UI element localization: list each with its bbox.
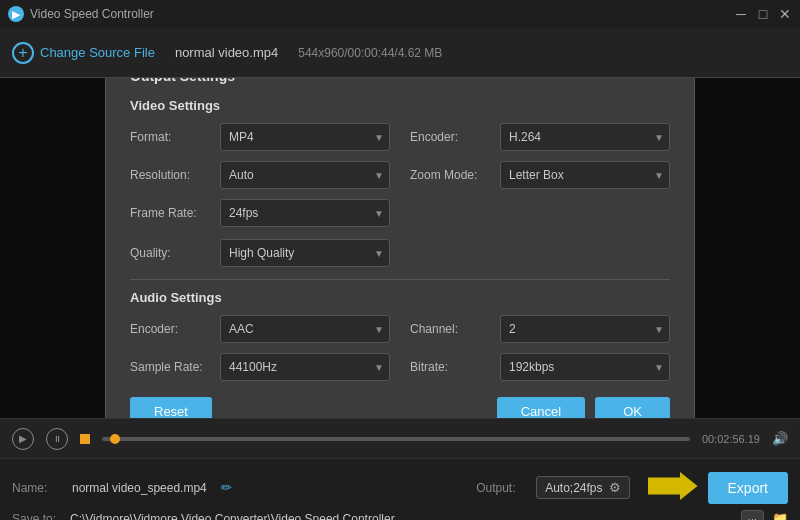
change-source-label: Change Source File bbox=[40, 45, 155, 60]
dialog-title: Output Settings bbox=[130, 78, 670, 84]
edit-name-icon[interactable]: ✏ bbox=[221, 480, 232, 495]
app-icon: ▶ bbox=[8, 6, 24, 22]
name-label: Name: bbox=[12, 481, 62, 495]
save-path: C:\Vidmore\Vidmore Video Converter\Video… bbox=[70, 512, 733, 521]
close-button[interactable]: ✕ bbox=[778, 7, 792, 21]
format-select-wrapper: MP4 ▼ bbox=[220, 123, 390, 151]
file-name-value: normal video_speed.mp4 bbox=[72, 481, 207, 495]
encoder-field: Encoder: H.264 ▼ bbox=[410, 123, 670, 151]
audio-encoder-select[interactable]: AAC bbox=[220, 315, 390, 343]
quality-label: Quality: bbox=[130, 246, 212, 260]
toolbar: + Change Source File normal video.mp4 54… bbox=[0, 28, 800, 78]
progress-dot bbox=[110, 434, 120, 444]
main-area: Output Settings ✕ Video Settings Format:… bbox=[0, 78, 800, 418]
volume-icon[interactable]: 🔊 bbox=[772, 431, 788, 446]
frame-rate-label: Frame Rate: bbox=[130, 206, 212, 220]
quality-select[interactable]: High Quality bbox=[220, 239, 390, 267]
resolution-label: Resolution: bbox=[130, 168, 212, 182]
sample-rate-select[interactable]: 44100Hz bbox=[220, 353, 390, 381]
dialog-footer: Reset Cancel OK bbox=[130, 397, 670, 418]
format-label: Format: bbox=[130, 130, 212, 144]
output-label: Output: bbox=[476, 481, 526, 495]
resolution-select-wrapper: Auto ▼ bbox=[220, 161, 390, 189]
output-settings-dialog: Output Settings ✕ Video Settings Format:… bbox=[105, 78, 695, 418]
sample-rate-field: Sample Rate: 44100Hz ▼ bbox=[130, 353, 390, 381]
cancel-button[interactable]: Cancel bbox=[497, 397, 585, 418]
title-text: Video Speed Controller bbox=[30, 7, 154, 21]
encoder-select-wrapper: H.264 ▼ bbox=[500, 123, 670, 151]
frame-rate-field: Frame Rate: 24fps ▼ bbox=[130, 199, 390, 227]
progress-indicator bbox=[80, 434, 90, 444]
dialog-close-button[interactable]: ✕ bbox=[665, 78, 680, 80]
encoder-label: Encoder: bbox=[410, 130, 492, 144]
arrow-shape bbox=[648, 472, 698, 500]
frame-rate-select-wrapper: 24fps ▼ bbox=[220, 199, 390, 227]
progress-track[interactable] bbox=[102, 437, 690, 441]
bitrate-select[interactable]: 192kbps bbox=[500, 353, 670, 381]
zoom-mode-field: Zoom Mode: Letter Box ▼ bbox=[410, 161, 670, 189]
audio-encoder-field: Encoder: AAC ▼ bbox=[130, 315, 390, 343]
dialog-overlay: Output Settings ✕ Video Settings Format:… bbox=[0, 78, 800, 418]
encoder-select[interactable]: H.264 bbox=[500, 123, 670, 151]
save-to-label: Save to: bbox=[12, 512, 62, 521]
quality-field: Quality: High Quality ▼ bbox=[130, 239, 670, 267]
output-value: Auto;24fps bbox=[545, 481, 602, 495]
audio-settings-title: Audio Settings bbox=[130, 290, 670, 305]
browse-button[interactable]: ··· bbox=[741, 510, 764, 521]
maximize-button[interactable]: □ bbox=[756, 7, 770, 21]
arrow-indicator bbox=[648, 472, 698, 503]
format-field: Format: MP4 ▼ bbox=[130, 123, 390, 151]
zoom-mode-select-wrapper: Letter Box ▼ bbox=[500, 161, 670, 189]
window-controls: ─ □ ✕ bbox=[734, 7, 792, 21]
audio-encoder-select-wrapper: AAC ▼ bbox=[220, 315, 390, 343]
reset-button[interactable]: Reset bbox=[130, 397, 212, 418]
frame-rate-select[interactable]: 24fps bbox=[220, 199, 390, 227]
output-box: Auto;24fps ⚙ bbox=[536, 476, 629, 499]
name-row: Name: normal video_speed.mp4 ✏ Output: A… bbox=[12, 472, 788, 504]
time-display: 00:02:56.19 bbox=[702, 433, 760, 445]
audio-settings-grid: Encoder: AAC ▼ Channel: 2 bbox=[130, 315, 670, 381]
spacer bbox=[410, 199, 670, 227]
quality-select-wrapper: High Quality ▼ bbox=[220, 239, 390, 267]
sample-rate-select-wrapper: 44100Hz ▼ bbox=[220, 353, 390, 381]
settings-icon[interactable]: ⚙ bbox=[609, 480, 621, 495]
bitrate-field: Bitrate: 192kbps ▼ bbox=[410, 353, 670, 381]
save-to-row: Save to: C:\Vidmore\Vidmore Video Conver… bbox=[12, 510, 788, 521]
video-settings-grid: Format: MP4 ▼ Encoder: H.264 bbox=[130, 123, 670, 227]
channel-field: Channel: 2 ▼ bbox=[410, 315, 670, 343]
file-info: 544x960/00:00:44/4.62 MB bbox=[298, 46, 442, 60]
sample-rate-label: Sample Rate: bbox=[130, 360, 212, 374]
video-settings-title: Video Settings bbox=[130, 98, 670, 113]
resolution-select[interactable]: Auto bbox=[220, 161, 390, 189]
channel-select[interactable]: 2 bbox=[500, 315, 670, 343]
channel-select-wrapper: 2 ▼ bbox=[500, 315, 670, 343]
zoom-mode-select[interactable]: Letter Box bbox=[500, 161, 670, 189]
ok-button[interactable]: OK bbox=[595, 397, 670, 418]
divider bbox=[130, 279, 670, 280]
pause-button[interactable]: ⏸ bbox=[46, 428, 68, 450]
resolution-field: Resolution: Auto ▼ bbox=[130, 161, 390, 189]
title-bar-left: ▶ Video Speed Controller bbox=[8, 6, 154, 22]
playback-bar: ▶ ⏸ 00:02:56.19 🔊 bbox=[0, 418, 800, 458]
change-source-button[interactable]: + Change Source File bbox=[12, 42, 155, 64]
title-bar: ▶ Video Speed Controller ─ □ ✕ bbox=[0, 0, 800, 28]
audio-encoder-label: Encoder: bbox=[130, 322, 212, 336]
channel-label: Channel: bbox=[410, 322, 492, 336]
minimize-button[interactable]: ─ bbox=[734, 7, 748, 21]
bottom-bar: Name: normal video_speed.mp4 ✏ Output: A… bbox=[0, 458, 800, 520]
export-button[interactable]: Export bbox=[708, 472, 788, 504]
play-button[interactable]: ▶ bbox=[12, 428, 34, 450]
folder-icon[interactable]: 📁 bbox=[772, 511, 788, 520]
zoom-mode-label: Zoom Mode: bbox=[410, 168, 492, 182]
dialog-action-buttons: Cancel OK bbox=[497, 397, 670, 418]
file-name: normal video.mp4 bbox=[175, 45, 278, 60]
bitrate-label: Bitrate: bbox=[410, 360, 492, 374]
add-icon: + bbox=[12, 42, 34, 64]
bitrate-select-wrapper: 192kbps ▼ bbox=[500, 353, 670, 381]
format-select[interactable]: MP4 bbox=[220, 123, 390, 151]
